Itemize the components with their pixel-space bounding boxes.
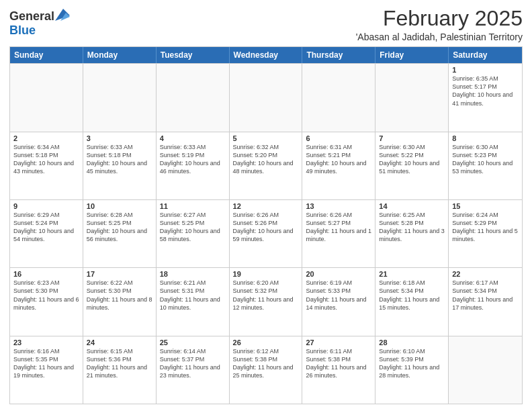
calendar-cell: 5Sunrise: 6:32 AM Sunset: 5:20 PM Daylig… [230, 132, 303, 199]
logo-icon [55, 9, 70, 21]
calendar-cell: 13Sunrise: 6:26 AM Sunset: 5:27 PM Dayli… [302, 200, 375, 267]
calendar-cell: 27Sunrise: 6:11 AM Sunset: 5:38 PM Dayli… [302, 336, 375, 404]
weekday-header: Wednesday [230, 47, 303, 63]
calendar-cell [375, 64, 449, 131]
title-block: February 2025 'Abasan al Jadidah, Palest… [356, 7, 523, 42]
day-info: Sunrise: 6:25 AM Sunset: 5:28 PM Dayligh… [379, 211, 445, 244]
day-number: 15 [452, 202, 519, 210]
day-number: 5 [233, 134, 299, 142]
day-number: 20 [306, 270, 371, 278]
calendar-cell [83, 64, 157, 131]
day-number: 7 [379, 134, 445, 142]
weekday-header: Monday [83, 47, 157, 63]
day-number: 17 [87, 270, 152, 278]
calendar-cell: 28Sunrise: 6:10 AM Sunset: 5:39 PM Dayli… [375, 336, 449, 404]
logo: General Blue [9, 9, 70, 38]
calendar-cell [230, 64, 303, 131]
day-info: Sunrise: 6:19 AM Sunset: 5:33 PM Dayligh… [306, 279, 371, 312]
day-number: 22 [452, 270, 519, 278]
day-number: 6 [306, 134, 371, 142]
day-number: 21 [379, 270, 445, 278]
logo-blue-text: Blue [9, 24, 36, 37]
calendar-cell: 12Sunrise: 6:26 AM Sunset: 5:26 PM Dayli… [230, 200, 303, 267]
day-number: 4 [160, 134, 226, 142]
day-info: Sunrise: 6:27 AM Sunset: 5:25 PM Dayligh… [160, 211, 226, 244]
day-info: Sunrise: 6:16 AM Sunset: 5:35 PM Dayligh… [13, 347, 79, 380]
calendar-cell: 25Sunrise: 6:14 AM Sunset: 5:37 PM Dayli… [157, 336, 230, 404]
day-info: Sunrise: 6:31 AM Sunset: 5:21 PM Dayligh… [306, 143, 371, 176]
calendar-cell [10, 64, 83, 131]
page-container: General Blue February 2025 'Abasan al Ja… [0, 0, 532, 411]
day-info: Sunrise: 6:33 AM Sunset: 5:18 PM Dayligh… [87, 143, 152, 176]
calendar-cell: 1Sunrise: 6:35 AM Sunset: 5:17 PM Daylig… [449, 64, 522, 131]
calendar-cell: 2Sunrise: 6:34 AM Sunset: 5:18 PM Daylig… [10, 132, 83, 199]
calendar-row: 16Sunrise: 6:23 AM Sunset: 5:30 PM Dayli… [10, 267, 522, 335]
day-number: 2 [13, 134, 79, 142]
calendar-cell: 22Sunrise: 6:17 AM Sunset: 5:34 PM Dayli… [449, 268, 522, 335]
day-info: Sunrise: 6:15 AM Sunset: 5:36 PM Dayligh… [87, 347, 152, 380]
day-number: 24 [87, 338, 152, 347]
calendar-header: SundayMondayTuesdayWednesdayThursdayFrid… [10, 47, 522, 63]
page-header: General Blue February 2025 'Abasan al Ja… [9, 7, 523, 42]
day-info: Sunrise: 6:29 AM Sunset: 5:24 PM Dayligh… [13, 211, 79, 244]
day-number: 10 [87, 202, 152, 210]
calendar-cell: 18Sunrise: 6:21 AM Sunset: 5:31 PM Dayli… [157, 268, 230, 335]
day-number: 23 [13, 338, 79, 347]
day-number: 14 [379, 202, 445, 210]
calendar-body: 1Sunrise: 6:35 AM Sunset: 5:17 PM Daylig… [10, 63, 522, 404]
day-info: Sunrise: 6:12 AM Sunset: 5:38 PM Dayligh… [233, 347, 299, 380]
day-info: Sunrise: 6:18 AM Sunset: 5:34 PM Dayligh… [379, 279, 445, 312]
calendar-cell [449, 336, 522, 404]
calendar-cell: 10Sunrise: 6:28 AM Sunset: 5:25 PM Dayli… [83, 200, 157, 267]
calendar-cell [157, 64, 230, 131]
calendar-row: 2Sunrise: 6:34 AM Sunset: 5:18 PM Daylig… [10, 132, 522, 199]
day-info: Sunrise: 6:32 AM Sunset: 5:20 PM Dayligh… [233, 143, 299, 176]
day-info: Sunrise: 6:20 AM Sunset: 5:32 PM Dayligh… [233, 279, 299, 312]
day-info: Sunrise: 6:26 AM Sunset: 5:27 PM Dayligh… [306, 211, 371, 244]
calendar-cell: 3Sunrise: 6:33 AM Sunset: 5:18 PM Daylig… [83, 132, 157, 199]
day-number: 12 [233, 202, 299, 210]
day-info: Sunrise: 6:34 AM Sunset: 5:18 PM Dayligh… [13, 143, 79, 176]
calendar-cell: 19Sunrise: 6:20 AM Sunset: 5:32 PM Dayli… [230, 268, 303, 335]
day-info: Sunrise: 6:30 AM Sunset: 5:23 PM Dayligh… [452, 143, 519, 176]
day-number: 11 [160, 202, 226, 210]
day-info: Sunrise: 6:21 AM Sunset: 5:31 PM Dayligh… [160, 279, 226, 312]
day-number: 3 [87, 134, 152, 142]
calendar-cell: 14Sunrise: 6:25 AM Sunset: 5:28 PM Dayli… [375, 200, 449, 267]
day-number: 28 [379, 338, 445, 347]
day-info: Sunrise: 6:10 AM Sunset: 5:39 PM Dayligh… [379, 347, 445, 380]
day-info: Sunrise: 6:23 AM Sunset: 5:30 PM Dayligh… [13, 279, 79, 312]
month-title: February 2025 [356, 7, 523, 30]
calendar-row: 9Sunrise: 6:29 AM Sunset: 5:24 PM Daylig… [10, 199, 522, 267]
calendar-cell: 20Sunrise: 6:19 AM Sunset: 5:33 PM Dayli… [302, 268, 375, 335]
day-info: Sunrise: 6:30 AM Sunset: 5:22 PM Dayligh… [379, 143, 445, 176]
day-info: Sunrise: 6:24 AM Sunset: 5:29 PM Dayligh… [452, 211, 519, 244]
day-info: Sunrise: 6:22 AM Sunset: 5:30 PM Dayligh… [87, 279, 152, 312]
day-number: 13 [306, 202, 371, 210]
calendar: SundayMondayTuesdayWednesdayThursdayFrid… [9, 46, 523, 404]
weekday-header: Tuesday [157, 47, 230, 63]
day-number: 25 [160, 338, 226, 347]
weekday-header: Sunday [10, 47, 83, 63]
day-number: 27 [306, 338, 371, 347]
calendar-cell: 7Sunrise: 6:30 AM Sunset: 5:22 PM Daylig… [375, 132, 449, 199]
day-number: 1 [452, 66, 519, 74]
calendar-row: 1Sunrise: 6:35 AM Sunset: 5:17 PM Daylig… [10, 63, 522, 131]
calendar-cell: 16Sunrise: 6:23 AM Sunset: 5:30 PM Dayli… [10, 268, 83, 335]
calendar-cell: 26Sunrise: 6:12 AM Sunset: 5:38 PM Dayli… [230, 336, 303, 404]
day-number: 16 [13, 270, 79, 278]
day-number: 8 [452, 134, 519, 142]
day-number: 19 [233, 270, 299, 278]
calendar-cell: 11Sunrise: 6:27 AM Sunset: 5:25 PM Dayli… [157, 200, 230, 267]
calendar-cell: 8Sunrise: 6:30 AM Sunset: 5:23 PM Daylig… [449, 132, 522, 199]
day-info: Sunrise: 6:11 AM Sunset: 5:38 PM Dayligh… [306, 347, 371, 380]
day-info: Sunrise: 6:28 AM Sunset: 5:25 PM Dayligh… [87, 211, 152, 244]
logo-general-text: General [9, 9, 54, 24]
calendar-row: 23Sunrise: 6:16 AM Sunset: 5:35 PM Dayli… [10, 336, 522, 404]
calendar-cell [302, 64, 375, 131]
day-number: 18 [160, 270, 226, 278]
day-info: Sunrise: 6:33 AM Sunset: 5:19 PM Dayligh… [160, 143, 226, 176]
day-info: Sunrise: 6:35 AM Sunset: 5:17 PM Dayligh… [452, 75, 519, 107]
calendar-cell: 15Sunrise: 6:24 AM Sunset: 5:29 PM Dayli… [449, 200, 522, 267]
weekday-header: Friday [375, 47, 449, 63]
